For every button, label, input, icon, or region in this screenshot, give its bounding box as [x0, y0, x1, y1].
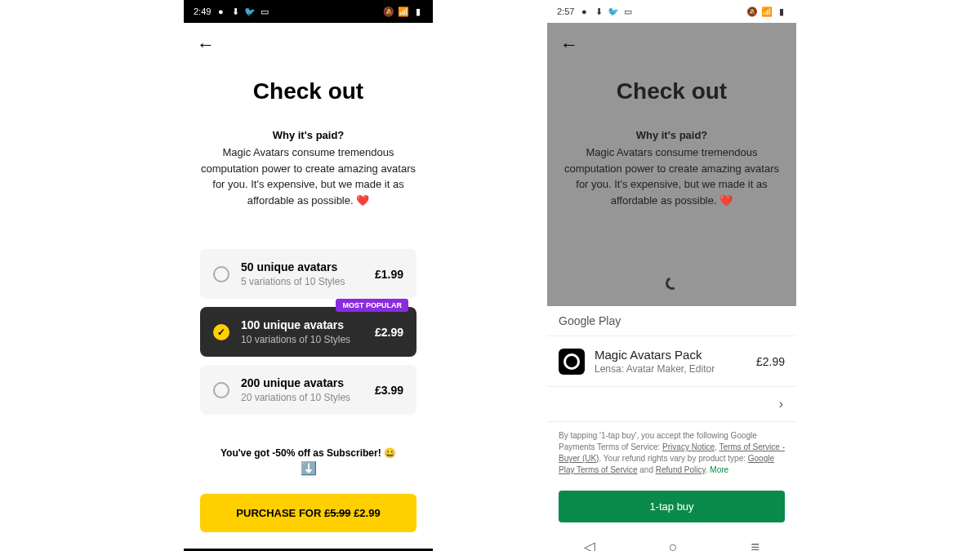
why-paid-blurb: Magic Avatars consume tremendous computa… [547, 141, 796, 208]
phone-left: 2:49 ● ⬇ 🐦 ▭ 🔕 📶 ▮ ← Check out Why it's … [184, 0, 433, 551]
option-price: £1.99 [375, 268, 403, 281]
why-paid-blurb: Magic Avatars consume tremendous computa… [184, 141, 433, 208]
down-arrow-icon: ⬇️ [184, 460, 433, 476]
why-paid-heading: Why it's paid? [547, 129, 796, 141]
option-price: £3.99 [375, 384, 403, 397]
product-title: Magic Avatars Pack [595, 348, 756, 362]
back-button[interactable]: ← [197, 34, 215, 56]
why-paid-heading: Why it's paid? [184, 129, 433, 141]
app-icon: ▭ [260, 7, 270, 16]
twitter-icon: 🐦 [245, 7, 255, 16]
old-price: £5.99 [324, 507, 351, 519]
loading-spinner-icon [663, 275, 680, 292]
most-popular-badge: MOST POPULAR [336, 299, 408, 312]
app-header: ← [184, 23, 433, 56]
privacy-notice-link[interactable]: Privacy Notice [662, 442, 715, 451]
payment-method-expand[interactable]: › [547, 386, 796, 421]
option-title: 200 unique avatars [241, 376, 375, 389]
phone-right: 2:57 ● ⬇ 🐦 ▭ 🔕 📶 ▮ ← Check out Why it's … [547, 0, 796, 551]
new-price: £2.99 [354, 507, 381, 519]
option-title: 50 unique avatars [241, 260, 375, 273]
one-tap-buy-button[interactable]: 1-tap buy [559, 491, 785, 522]
product-row: Magic Avatars Pack Lensa: Avatar Maker, … [547, 335, 796, 386]
radio-unchecked-icon [213, 266, 229, 282]
wifi-icon: 📶 [399, 7, 408, 16]
status-time: 2:49 [194, 7, 211, 16]
refund-policy-link[interactable]: Refund Policy [656, 465, 706, 474]
lensa-app-icon [559, 349, 585, 375]
page-title: Check out [184, 78, 433, 104]
purchase-button[interactable]: PURCHASE FOR £5.99 £2.99 [200, 494, 416, 532]
product-price: £2.99 [756, 355, 785, 368]
app-icon: ▭ [623, 7, 633, 16]
battery-icon: ▮ [777, 7, 786, 16]
radio-checked-icon [213, 324, 229, 340]
status-bar: 2:49 ● ⬇ 🐦 ▭ 🔕 📶 ▮ [184, 0, 433, 23]
more-link[interactable]: More [710, 465, 728, 474]
legal-text: By tapping '1-tap buy', you accept the f… [547, 421, 796, 484]
dnd-icon: 🔕 [747, 7, 757, 16]
android-nav-bar: ◁ ○ ≡ [547, 531, 796, 551]
option-200[interactable]: 200 unique avatars 20 variations of 10 S… [200, 365, 416, 415]
wifi-icon: 📶 [762, 7, 772, 16]
google-play-sheet: Google Play Magic Avatars Pack Lensa: Av… [547, 306, 796, 522]
download-icon: ⬇ [594, 7, 604, 16]
battery-icon: ▮ [413, 7, 423, 16]
download-icon: ⬇ [230, 7, 240, 16]
chat-icon: ● [216, 7, 225, 16]
product-subtitle: Lensa: Avatar Maker, Editor [595, 363, 756, 375]
chevron-right-icon: › [779, 397, 783, 411]
chat-icon: ● [579, 7, 589, 16]
heart-icon: ❤️ [719, 194, 733, 207]
subscriber-note: You've got -50% off as Subscriber! 😀 [184, 447, 433, 459]
option-50[interactable]: 50 unique avatars 5 variations of 10 Sty… [200, 249, 416, 299]
back-button[interactable]: ← [560, 34, 578, 56]
dimmed-background: ← Check out Why it's paid? Magic Avatars… [547, 23, 796, 306]
twitter-icon: 🐦 [608, 7, 618, 16]
option-subtitle: 20 variations of 10 Styles [241, 392, 375, 403]
nav-recent-icon[interactable]: ≡ [751, 539, 760, 552]
heart-icon: ❤️ [356, 194, 369, 207]
google-play-logo: Google Play [559, 314, 621, 327]
option-subtitle: 5 variations of 10 Styles [241, 276, 375, 287]
option-title: 100 unique avatars [241, 318, 375, 331]
radio-unchecked-icon [213, 382, 229, 398]
nav-back-icon[interactable]: ◁ [584, 538, 595, 551]
option-price: £2.99 [375, 326, 403, 339]
status-time: 2:57 [557, 7, 574, 16]
nav-home-icon[interactable]: ○ [669, 539, 678, 552]
option-subtitle: 10 variations of 10 Styles [241, 334, 375, 345]
pricing-options: 50 unique avatars 5 variations of 10 Sty… [184, 249, 433, 415]
status-bar: 2:57 ● ⬇ 🐦 ▭ 🔕 📶 ▮ [547, 0, 796, 23]
dnd-icon: 🔕 [384, 7, 394, 16]
page-title: Check out [547, 78, 796, 104]
google-play-header: Google Play [547, 306, 796, 335]
option-100[interactable]: MOST POPULAR 100 unique avatars 10 varia… [200, 307, 416, 357]
